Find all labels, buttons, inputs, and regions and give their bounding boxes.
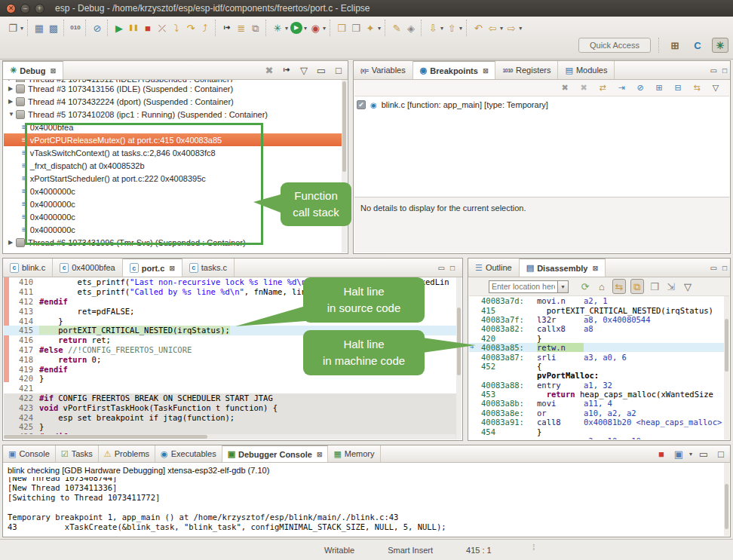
search-icon[interactable]: ✦	[364, 21, 376, 35]
expander-icon[interactable]: ▶	[8, 80, 16, 81]
tab-executables[interactable]: ◉Executables	[155, 445, 222, 462]
window-maximize-button[interactable]: +	[35, 4, 44, 14]
location-dropdown-icon[interactable]: ▼	[558, 280, 569, 293]
pin-view-icon[interactable]: ⇲	[665, 280, 677, 293]
step-filters-icon[interactable]: ⧉	[250, 21, 262, 35]
code-line[interactable]: 421	[4, 384, 462, 393]
instruction-stepping-icon[interactable]: i➜	[221, 21, 233, 35]
debug-icon[interactable]: ✳	[271, 21, 284, 35]
tab-0x4000bfea[interactable]: c0x4000bfea	[53, 259, 123, 277]
instruction-stepping-mode-icon[interactable]: i➜	[281, 63, 293, 77]
minimize-icon[interactable]: ▭	[315, 63, 327, 77]
skip-all-breakpoints-icon[interactable]: ⊘	[634, 81, 646, 95]
stack-frame-row[interactable]: ≡_frxt_dispatch() at 0x4008532b	[4, 159, 342, 172]
disassembly-row[interactable]: ora2, a10, a10	[469, 436, 724, 439]
open-new-view-icon[interactable]: ❒	[649, 280, 661, 293]
run-icon[interactable]: ▶	[290, 22, 302, 34]
disassembly-row[interactable]: ➜40083a85:retw.n	[469, 343, 724, 352]
tab-disassembly[interactable]: ▤Disassembly⊠	[520, 259, 606, 277]
tab-problems[interactable]: ⚠Problems	[99, 445, 155, 462]
remove-all-breakpoints-icon[interactable]: ✖	[578, 81, 590, 95]
cpp-perspective-icon[interactable]: C	[689, 38, 706, 53]
disassembly-row[interactable]: 452{	[469, 362, 724, 371]
code-line[interactable]: 425}	[4, 422, 462, 432]
disassembly-row[interactable]: 40083a7d:movi.na2, 1	[469, 296, 724, 305]
binary-icon[interactable]: 010	[69, 21, 81, 35]
forward-icon[interactable]: ⇨	[505, 21, 517, 35]
view-menu-icon[interactable]: ▽	[298, 63, 310, 77]
disassembly-row[interactable]: 40083a88:entrya1, 32	[469, 381, 724, 390]
tab-variables[interactable]: (x)=Variables	[354, 61, 413, 79]
step-over-icon[interactable]: ↷	[185, 21, 197, 35]
new-wizard-icon[interactable]: ❐	[7, 21, 19, 35]
thread-row[interactable]: ▶Thread #6 1073431096 (Tmr Svc) (Suspend…	[4, 236, 342, 249]
save-all-icon[interactable]: ▩	[48, 21, 60, 35]
maximize-icon[interactable]: □	[450, 264, 455, 272]
link-with-debug-icon[interactable]: ⇆	[691, 81, 703, 95]
close-icon[interactable]: ⊠	[317, 451, 323, 458]
tab-memory[interactable]: ▦Memory	[328, 445, 380, 462]
disassembly-row[interactable]: 420}	[469, 334, 724, 343]
stack-frame-row[interactable]: ≡vTaskSwitchContext() at tasks.c:2,846 0…	[4, 146, 342, 159]
suspend-icon[interactable]: ❚❚	[127, 21, 140, 35]
close-icon[interactable]: ⊠	[169, 265, 175, 272]
minimize-icon[interactable]: ▭	[438, 264, 445, 272]
debug-icon-dropdown[interactable]: ▾	[285, 25, 288, 32]
stack-frame-row[interactable]: ≡0x4000bfea	[4, 121, 342, 133]
disassembly-row[interactable]: 40083a82:callx8a8	[469, 324, 724, 333]
expander-icon[interactable]: ▶	[8, 85, 16, 92]
remove-all-terminated-icon[interactable]: ✖	[263, 63, 275, 77]
disassembly-row[interactable]: 454}	[469, 427, 724, 436]
show-instructions-icon[interactable]: ≣	[235, 21, 247, 35]
debug-perspective-icon[interactable]: ✳	[712, 38, 728, 53]
editor-overview-ruler[interactable]	[456, 277, 462, 439]
view-menu-icon[interactable]: ▽	[710, 81, 722, 95]
refresh-icon[interactable]: ⟳	[579, 280, 591, 293]
close-icon[interactable]: ⊠	[483, 67, 489, 75]
editor-hscrollbar[interactable]	[4, 434, 455, 439]
resume-icon[interactable]: ▶	[113, 21, 125, 35]
code-line[interactable]: 424 esp_set_breakpoint_if_jtag(function)…	[4, 412, 462, 422]
collapse-all-icon[interactable]: ⊟	[672, 81, 684, 95]
disassembly-row[interactable]: pvPortMalloc:	[469, 371, 724, 380]
terminate-icon[interactable]: ■	[142, 21, 154, 35]
open-perspective-icon[interactable]: ⊞	[667, 38, 683, 53]
tab-debugger-console[interactable]: ▣Debugger Console⊠	[222, 445, 329, 462]
expander-icon[interactable]: ▼	[8, 111, 16, 118]
thread-row[interactable]: ▼Thread #5 1073410208 (ipc1 : Running) (…	[4, 108, 342, 121]
last-edit-icon[interactable]: ↶	[472, 21, 484, 35]
save-icon[interactable]: ▦	[33, 21, 45, 35]
disassembly-scrollbar[interactable]	[724, 296, 729, 439]
code-line[interactable]: 422#if CONFIG_FREERTOS_BREAK_ON_SCHEDULE…	[4, 393, 462, 403]
display-selected-console-icon-dropdown[interactable]: ▾	[689, 451, 692, 457]
annotations-icon[interactable]: ◈	[405, 21, 417, 35]
run-icon-dropdown[interactable]: ▾	[304, 25, 307, 32]
show-source-icon[interactable]: ⧉	[630, 279, 644, 294]
back-icon[interactable]: ⇦	[486, 21, 498, 35]
code-line[interactable]: 423void vPortFirstTaskHook(TaskFunction_…	[4, 402, 462, 412]
close-icon[interactable]: ⊠	[592, 265, 598, 272]
remove-breakpoint-icon[interactable]: ✖	[559, 81, 571, 95]
home-icon[interactable]: ⌂	[596, 280, 608, 293]
open-element-icon[interactable]: ❒	[336, 21, 348, 35]
search-icon-dropdown[interactable]: ▾	[378, 25, 381, 32]
window-close-button[interactable]: ✕	[6, 4, 16, 14]
disassembly-row[interactable]: 40083a8e:ora10, a2, a2	[469, 409, 724, 418]
terminate-icon[interactable]: ■	[655, 447, 667, 461]
maximize-icon[interactable]: □	[722, 66, 727, 75]
maximize-icon[interactable]: □	[333, 63, 345, 77]
tab-outline[interactable]: ☰Outline	[468, 259, 520, 277]
disassembly-row[interactable]: 415 portEXIT_CRITICAL_NESTED(irqStatus)	[469, 305, 724, 314]
disassembly-listing[interactable]: 40083a7d:movi.na2, 1415 portEXIT_CRITICA…	[469, 296, 724, 439]
previous-annotation-icon-dropdown[interactable]: ▾	[459, 25, 462, 32]
tab-blink-c[interactable]: cblink.c	[3, 259, 53, 277]
expander-icon[interactable]: ▶	[8, 239, 16, 246]
next-annotation-icon[interactable]: ⇩	[427, 21, 439, 35]
quick-access-button[interactable]: Quick Access	[578, 38, 651, 53]
expander-icon[interactable]: ▶	[8, 98, 16, 105]
minimize-icon[interactable]: ▭	[710, 66, 717, 75]
tab-console[interactable]: ▣Console	[3, 445, 56, 462]
skip-breakpoints-icon[interactable]: ⊘	[91, 21, 103, 35]
debug-scrollbar[interactable]	[342, 80, 347, 252]
disassembly-row[interactable]: 453 return heap_caps_malloc(xWantedSize	[469, 390, 724, 399]
